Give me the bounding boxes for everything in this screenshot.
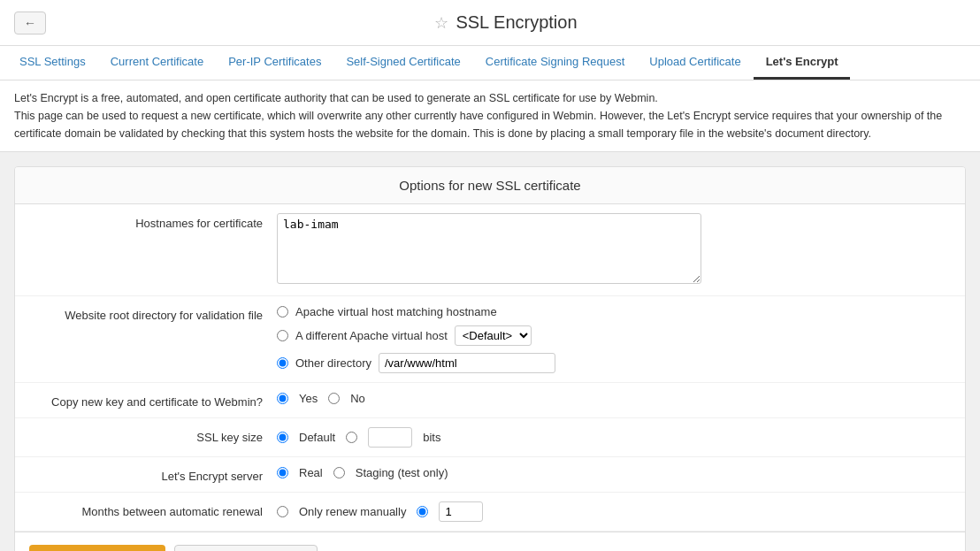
radio-different-apache-row: A different Apache virtual host <Default… <box>277 325 951 346</box>
website-root-row: Website root directory for validation fi… <box>15 296 965 383</box>
radio-only-renew-manually[interactable] <box>277 506 288 517</box>
copy-cert-label: Copy new key and certificate to Webmin? <box>29 392 277 409</box>
default-keysize-label: Default <box>299 431 335 444</box>
renewal-field: Only renew manually <box>277 501 951 522</box>
yes-label: Yes <box>299 392 318 405</box>
page-title-text: SSL Encryption <box>456 12 577 33</box>
website-root-label: Website root directory for validation fi… <box>29 305 277 322</box>
content-area: Options for new SSL certificate Hostname… <box>0 152 980 551</box>
radio-different-apache[interactable] <box>277 330 288 341</box>
tab-self-signed-certificate[interactable]: Self-Signed Certificate <box>333 46 472 80</box>
request-certificate-button[interactable]: Request Certificate <box>29 545 165 551</box>
section-title: Options for new SSL certificate <box>15 167 965 204</box>
tab-ssl-settings[interactable]: SSL Settings <box>7 46 98 80</box>
top-bar: ← ☆ SSL Encryption <box>0 0 980 46</box>
star-icon[interactable]: ☆ <box>434 13 448 33</box>
other-dir-input[interactable] <box>379 353 555 373</box>
radio-renewal-months[interactable] <box>417 506 428 517</box>
ssl-key-size-row: SSL key size Default bits <box>15 418 965 457</box>
copy-cert-row: Copy new key and certificate to Webmin? … <box>15 383 965 418</box>
radio-other-dir[interactable] <box>277 357 288 369</box>
tab-current-certificate[interactable]: Current Certificate <box>98 46 216 80</box>
radio-other-dir-label: Other directory <box>295 356 371 370</box>
renewal-row: Months between automatic renewal Only re… <box>15 493 965 532</box>
renewal-label: Months between automatic renewal <box>29 501 277 518</box>
radio-no[interactable] <box>328 393 340 404</box>
radio-different-apache-label: A different Apache virtual host <box>295 329 448 342</box>
keysize-input[interactable] <box>368 427 412 448</box>
only-renew-manually-label: Only renew manually <box>299 505 406 518</box>
staging-label: Staging (test only) <box>356 466 448 479</box>
copy-cert-field: Yes No <box>277 392 951 405</box>
tab-per-ip-certificates[interactable]: Per-IP Certificates <box>216 46 333 80</box>
ssl-key-size-field: Default bits <box>277 427 951 448</box>
renewal-months-input[interactable] <box>439 501 483 522</box>
page-title: ☆ SSL Encryption <box>46 12 966 33</box>
tabs-bar: SSL Settings Current Certificate Per-IP … <box>0 46 980 80</box>
radio-default-keysize[interactable] <box>277 432 288 443</box>
radio-real-server[interactable] <box>277 467 288 478</box>
tab-lets-encrypt[interactable]: Let's Encrypt <box>754 46 851 80</box>
tab-upload-certificate[interactable]: Upload Certificate <box>637 46 753 80</box>
form-section: Options for new SSL certificate Hostname… <box>14 166 966 551</box>
radio-other-dir-row: Other directory <box>277 353 951 373</box>
bits-label: bits <box>423 431 440 444</box>
action-row: Request Certificate Just Update Renewal <box>15 532 965 551</box>
website-root-field: Apache virtual host matching hostname A … <box>277 305 951 373</box>
description-bar: Let's Encrypt is a free, automated, and … <box>0 80 980 152</box>
lets-encrypt-server-label: Let's Encrypt server <box>29 466 277 483</box>
radio-apache-vhost-row: Apache virtual host matching hostname <box>277 305 951 318</box>
radio-apache-vhost-label: Apache virtual host matching hostname <box>295 305 497 318</box>
tab-certificate-signing-request[interactable]: Certificate Signing Request <box>473 46 638 80</box>
hostname-row: Hostnames for certificate <box>15 204 965 296</box>
radio-staging-server[interactable] <box>333 467 345 478</box>
radio-custom-keysize[interactable] <box>346 432 357 443</box>
hostname-field <box>277 213 951 287</box>
radio-yes[interactable] <box>277 393 288 404</box>
hostname-input[interactable] <box>277 213 701 284</box>
ssl-key-size-label: SSL key size <box>29 427 277 444</box>
lets-encrypt-server-field: Real Staging (test only) <box>277 466 951 479</box>
description-line1: Let's Encrypt is a free, automated, and … <box>14 89 966 107</box>
description-line2: This page can be used to request a new c… <box>14 107 966 142</box>
back-button[interactable]: ← <box>14 11 46 34</box>
lets-encrypt-server-row: Let's Encrypt server Real Staging (test … <box>15 457 965 493</box>
real-label: Real <box>299 466 323 479</box>
radio-apache-vhost[interactable] <box>277 306 288 318</box>
just-update-renewal-button[interactable]: Just Update Renewal <box>174 545 318 551</box>
no-label: No <box>350 392 365 405</box>
hostname-label: Hostnames for certificate <box>29 213 277 230</box>
apache-vhost-select[interactable]: <Default> <box>455 325 532 346</box>
